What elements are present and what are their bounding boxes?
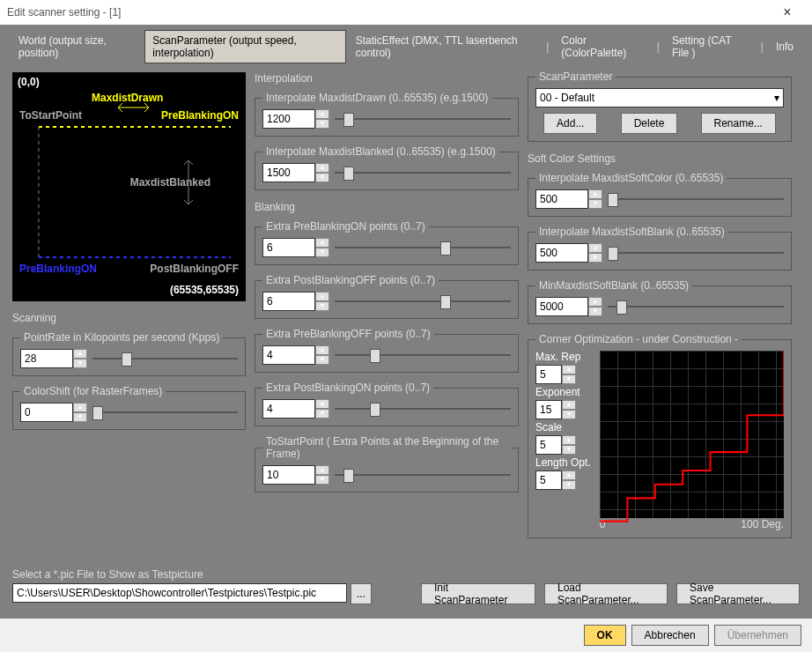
extra-preblankon-group: Extra PreBlankingON points (0..7) ▲▼ — [255, 220, 519, 265]
tab-scanparameter[interactable]: ScanParameter (output speed, interpolati… — [144, 30, 345, 63]
tostart-slider[interactable] — [335, 466, 511, 484]
pointrate-input[interactable] — [20, 349, 73, 368]
titlebar: Edit scanner setting - [1] × — [0, 0, 812, 25]
pointrate-slider[interactable] — [92, 350, 238, 367]
interp-drawn-spinner[interactable]: ▲▼ — [262, 109, 329, 129]
extra-preon-slider[interactable] — [335, 239, 511, 256]
cancel-button[interactable]: Abbrechen — [631, 625, 709, 646]
min-softblank-group: MinMaxdistSoftBlank (0..65535) ▲▼ — [528, 279, 792, 324]
spin-down-icon[interactable]: ▼ — [73, 412, 87, 422]
scan-diagram: (0,0) MaxdistDrawn ToStartPoint PreBlank… — [12, 72, 246, 301]
colorshift-spinner[interactable]: ▲▼ — [20, 403, 87, 422]
blanking-heading: Blanking — [255, 201, 519, 213]
extra-preblankoff-group: Extra PreBlankingOFF points (0..7) ▲▼ — [255, 328, 519, 373]
svg-line-4 — [184, 160, 188, 165]
interp-blanked-spinner[interactable]: ▲▼ — [262, 163, 329, 182]
extra-poston-slider[interactable] — [335, 400, 511, 418]
tab-bar: World (output size, position) ScanParame… — [0, 25, 812, 67]
length-spinner[interactable]: ▲▼ — [535, 470, 591, 490]
interp-softcolor-group: Interpolate MaxdistSoftColor (0..65535) … — [528, 172, 792, 217]
delete-button[interactable]: Delete — [621, 113, 678, 134]
add-button[interactable]: Add... — [543, 113, 597, 134]
maxrep-spinner[interactable]: ▲▼ — [535, 365, 591, 384]
maxrep-label: Max. Rep — [535, 351, 591, 363]
interpolation-heading: Interpolation — [255, 72, 519, 85]
interp-softblank-group: Interpolate MaxdistSoftBlank (0..65535) … — [528, 226, 792, 270]
softcolor-heading: Soft Color Settings — [528, 152, 792, 165]
spin-up-icon[interactable]: ▲ — [73, 349, 87, 359]
close-icon[interactable]: × — [770, 0, 805, 25]
svg-line-7 — [188, 200, 193, 204]
length-label: Length Opt. — [535, 456, 591, 469]
chevron-down-icon: ▾ — [774, 92, 779, 104]
interp-maxdistblanked-group: Interpolate MaxdistBlanked (0..65535) (e… — [255, 145, 519, 190]
svg-line-10 — [118, 107, 122, 112]
save-scanparam-button[interactable]: Save ScanParameter... — [676, 583, 800, 604]
pointrate-group: PointRate in Kilopoints per second (Kpps… — [12, 331, 246, 376]
interp-maxdistdrawn-group: Interpolate MaxdistDrawn (0..65535) (e.g… — [255, 92, 519, 137]
pointrate-spinner[interactable]: ▲▼ — [20, 349, 87, 368]
scanparameter-group: ScanParameter 00 - Default▾ Add... Delet… — [528, 70, 792, 142]
extra-postblankoff-group: Extra PostBlankingOFF points (0..7) ▲▼ — [255, 274, 519, 319]
exponent-spinner[interactable]: ▲▼ — [535, 400, 591, 419]
apply-button[interactable]: Übernehmen — [714, 625, 801, 646]
ok-button[interactable]: OK — [584, 625, 626, 646]
exponent-label: Exponent — [535, 386, 591, 398]
testpic-label: Select a *.pic File to Show as Testpictu… — [12, 568, 412, 581]
tab-staticeffect[interactable]: StaticEffect (DMX, TTL laserbench contro… — [348, 30, 542, 63]
spin-down-icon[interactable]: ▼ — [73, 359, 87, 368]
tab-color[interactable]: Color (ColorPalette) — [553, 30, 652, 63]
interp-drawn-slider[interactable] — [335, 110, 511, 128]
scanparam-select[interactable]: 00 - Default▾ — [535, 88, 784, 107]
tostartpoint-group: ToStartPoint ( Extra Points at the Begin… — [255, 435, 519, 493]
svg-line-6 — [184, 200, 188, 204]
spin-up-icon[interactable]: ▲ — [73, 403, 87, 412]
scale-label: Scale — [535, 421, 591, 433]
pointrate-legend: PointRate in Kilopoints per second (Kpps… — [20, 331, 223, 344]
colorshift-legend: ColorShift (for RasterFrames) — [20, 385, 166, 397]
svg-line-9 — [118, 103, 122, 107]
testpic-path-input[interactable] — [12, 583, 347, 603]
svg-line-11 — [144, 103, 149, 107]
scanning-heading: Scanning — [12, 312, 246, 324]
corner-graph — [600, 351, 784, 518]
colorshift-input[interactable] — [20, 403, 73, 422]
load-scanparam-button[interactable]: Load ScanParameter... — [544, 583, 668, 604]
browse-button[interactable]: ... — [351, 583, 372, 604]
svg-line-12 — [144, 107, 149, 112]
dialog-footer: OK Abbrechen Übernehmen — [0, 619, 812, 652]
tab-info[interactable]: Info — [768, 36, 801, 57]
tab-setting[interactable]: Setting (CAT File ) — [664, 30, 757, 63]
interp-blanked-slider[interactable] — [335, 164, 511, 182]
init-scanparam-button[interactable]: Init ScanParameter — [421, 583, 535, 604]
colorshift-group: ColorShift (for RasterFrames) ▲▼ — [12, 385, 246, 430]
corner-optimization-group: Corner Optimization - under Construction… — [528, 333, 792, 538]
extra-postoff-slider[interactable] — [335, 293, 511, 310]
window-title: Edit scanner setting - [1] — [7, 0, 121, 25]
extra-preoff-slider[interactable] — [335, 346, 511, 364]
svg-line-5 — [188, 160, 193, 165]
extra-postblankon-group: Extra PostBlankingON points (0..7) ▲▼ — [255, 382, 519, 426]
colorshift-slider[interactable] — [92, 404, 238, 421]
scale-spinner[interactable]: ▲▼ — [535, 435, 591, 455]
rename-button[interactable]: Rename... — [701, 113, 776, 134]
tab-world[interactable]: World (output size, position) — [11, 30, 143, 63]
